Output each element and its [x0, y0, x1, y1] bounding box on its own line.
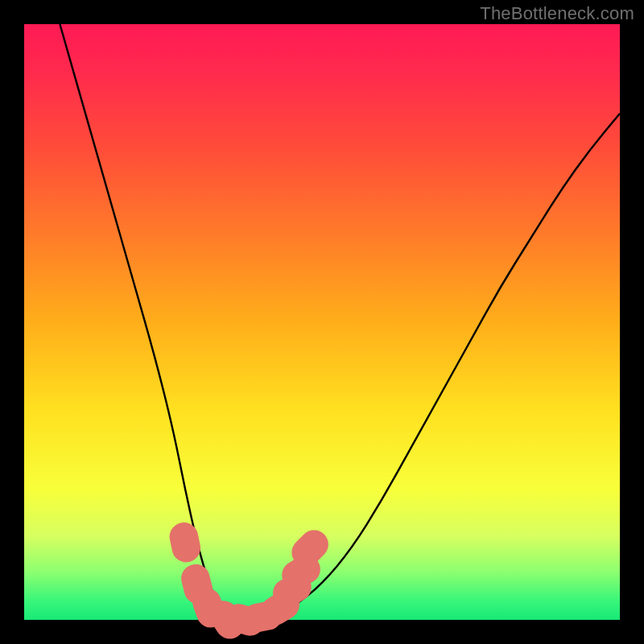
valley-markers [167, 520, 334, 644]
curve-layer [24, 24, 620, 620]
chart-frame: TheBottleneck.com [0, 0, 644, 644]
watermark-text: TheBottleneck.com [480, 3, 634, 24]
marker-valley [167, 520, 203, 565]
plot-area [24, 24, 620, 620]
bottleneck-curve [60, 24, 620, 620]
